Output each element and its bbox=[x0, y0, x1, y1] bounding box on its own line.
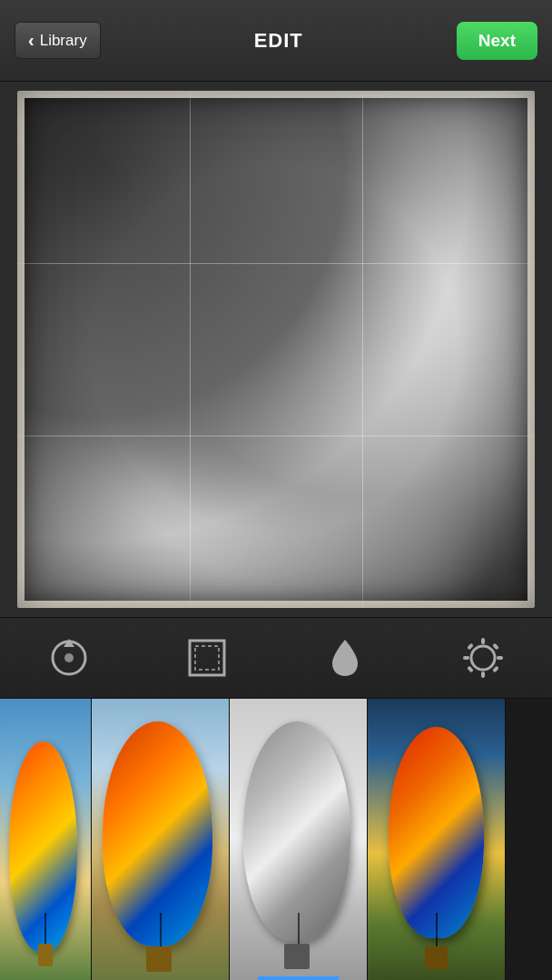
balloon-basket-proii bbox=[38, 944, 53, 966]
library-label: Library bbox=[40, 32, 87, 50]
next-button[interactable]: Next bbox=[457, 22, 537, 60]
svg-point-1 bbox=[64, 653, 74, 662]
filter-sierra-thumb bbox=[92, 699, 229, 980]
filter-sierra[interactable]: Sierra bbox=[92, 699, 230, 980]
svg-rect-12 bbox=[467, 666, 474, 673]
filter-lofi-indicator bbox=[395, 976, 478, 980]
balloon-rope-proii bbox=[44, 913, 46, 946]
svg-rect-11 bbox=[492, 643, 499, 651]
filter-sierra-indicator bbox=[119, 976, 202, 980]
filter-strip: Pro II Sierra Willow bbox=[0, 699, 552, 980]
photo-content bbox=[17, 91, 535, 608]
svg-rect-9 bbox=[497, 656, 503, 660]
tiltshift-tool-button[interactable] bbox=[320, 632, 370, 683]
header: Library EDIT Next bbox=[0, 0, 552, 82]
frame-icon bbox=[187, 638, 227, 678]
balloon-rope-sierra bbox=[160, 913, 162, 946]
filter-willow[interactable]: Willow bbox=[230, 699, 368, 980]
balloon-rope-willow bbox=[298, 913, 300, 946]
page-title: EDIT bbox=[254, 29, 303, 53]
filter-lofi[interactable]: Lo-Fi bbox=[368, 699, 506, 980]
brightness-icon bbox=[461, 636, 505, 680]
svg-rect-8 bbox=[463, 656, 469, 660]
filter-willow-thumb bbox=[230, 699, 367, 980]
balloon-body-lofi bbox=[389, 727, 485, 938]
droplet-icon bbox=[330, 638, 360, 678]
rotate-tool-button[interactable] bbox=[44, 632, 94, 683]
frame-tool-button[interactable] bbox=[182, 632, 232, 683]
photo-container[interactable] bbox=[17, 91, 535, 608]
balloon-basket-willow bbox=[284, 944, 309, 969]
filter-proii-thumb bbox=[0, 699, 91, 980]
library-button[interactable]: Library bbox=[15, 22, 101, 59]
tools-bar bbox=[0, 617, 552, 699]
balloon-body-sierra bbox=[103, 721, 212, 946]
photo-area bbox=[0, 82, 552, 617]
svg-rect-6 bbox=[481, 638, 485, 644]
svg-point-5 bbox=[471, 646, 495, 670]
rotate-icon bbox=[47, 636, 91, 680]
balloon-basket-lofi bbox=[425, 946, 447, 969]
balloon-rope-lofi bbox=[436, 913, 438, 946]
svg-rect-4 bbox=[195, 646, 219, 670]
filter-lofi-thumb bbox=[368, 699, 505, 980]
filter-proii-indicator bbox=[18, 976, 73, 980]
svg-rect-7 bbox=[481, 671, 485, 678]
brightness-tool-button[interactable] bbox=[458, 632, 508, 683]
filter-proii[interactable]: Pro II bbox=[0, 699, 92, 980]
svg-rect-10 bbox=[467, 643, 474, 651]
photo-background bbox=[17, 91, 535, 608]
balloon-body-proii bbox=[9, 741, 77, 953]
svg-rect-13 bbox=[492, 666, 499, 673]
balloon-basket-sierra bbox=[146, 946, 171, 972]
filter-willow-indicator bbox=[257, 976, 340, 980]
balloon-body-willow bbox=[243, 721, 350, 941]
